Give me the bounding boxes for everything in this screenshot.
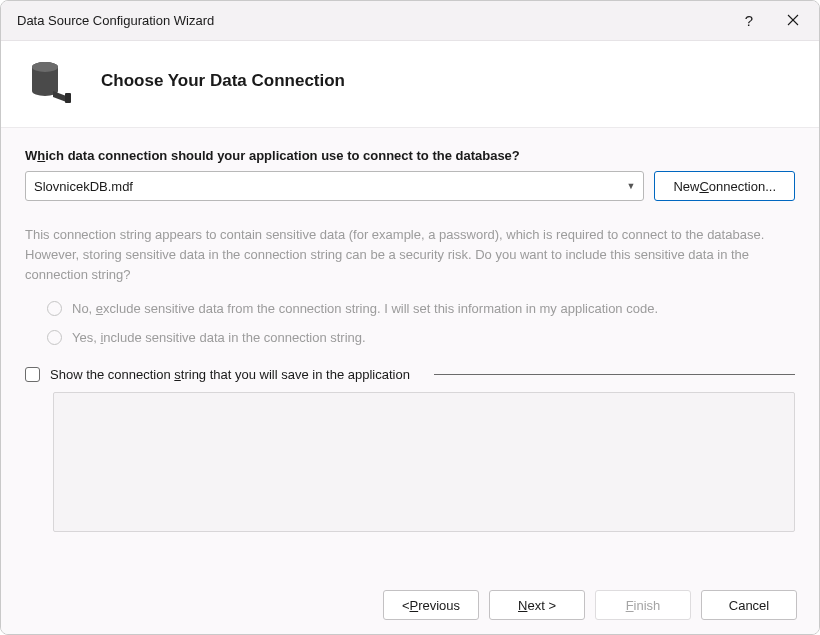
connection-row: SlovnicekDB.mdf ▼ New Connection... xyxy=(25,171,795,201)
help-button[interactable]: ? xyxy=(727,1,771,41)
svg-point-3 xyxy=(32,62,58,72)
close-button[interactable] xyxy=(771,1,815,41)
exclude-sensitive-radio: No, exclude sensitive data from the conn… xyxy=(47,301,795,316)
page-title: Choose Your Data Connection xyxy=(101,71,345,91)
radio-icon xyxy=(47,301,62,316)
wizard-content: Which data connection should your applic… xyxy=(1,128,819,576)
titlebar: Data Source Configuration Wizard ? xyxy=(1,1,819,41)
show-connection-string-label: Show the connection string that you will… xyxy=(50,367,410,382)
radio-icon xyxy=(47,330,62,345)
cancel-button[interactable]: Cancel xyxy=(701,590,797,620)
show-connection-string-row: Show the connection string that you will… xyxy=(25,367,795,382)
connection-combobox[interactable]: SlovnicekDB.mdf ▼ xyxy=(25,171,644,201)
close-icon xyxy=(787,13,799,29)
window-title: Data Source Configuration Wizard xyxy=(17,13,727,28)
chevron-down-icon: ▼ xyxy=(626,181,635,191)
database-icon xyxy=(25,57,73,105)
connection-selected-value: SlovnicekDB.mdf xyxy=(34,179,620,194)
include-sensitive-label: Yes, include sensitive data in the conne… xyxy=(72,330,366,345)
connection-string-box xyxy=(53,392,795,532)
exclude-sensitive-label: No, exclude sensitive data from the conn… xyxy=(72,301,658,316)
svg-rect-4 xyxy=(65,93,71,103)
finish-button: Finish xyxy=(595,590,691,620)
next-button[interactable]: Next > xyxy=(489,590,585,620)
sensitive-radio-group: No, exclude sensitive data from the conn… xyxy=(47,301,795,345)
sensitive-data-info: This connection string appears to contai… xyxy=(25,225,795,285)
previous-button[interactable]: < Previous xyxy=(383,590,479,620)
new-connection-button[interactable]: New Connection... xyxy=(654,171,795,201)
wizard-header: Choose Your Data Connection xyxy=(1,41,819,128)
show-connection-string-checkbox[interactable] xyxy=(25,367,40,382)
divider xyxy=(434,374,795,375)
include-sensitive-radio: Yes, include sensitive data in the conne… xyxy=(47,330,795,345)
connection-prompt-label: Which data connection should your applic… xyxy=(25,148,795,163)
wizard-footer: < Previous Next > Finish Cancel xyxy=(1,576,819,634)
wizard-window: Data Source Configuration Wizard ? Choos… xyxy=(0,0,820,635)
